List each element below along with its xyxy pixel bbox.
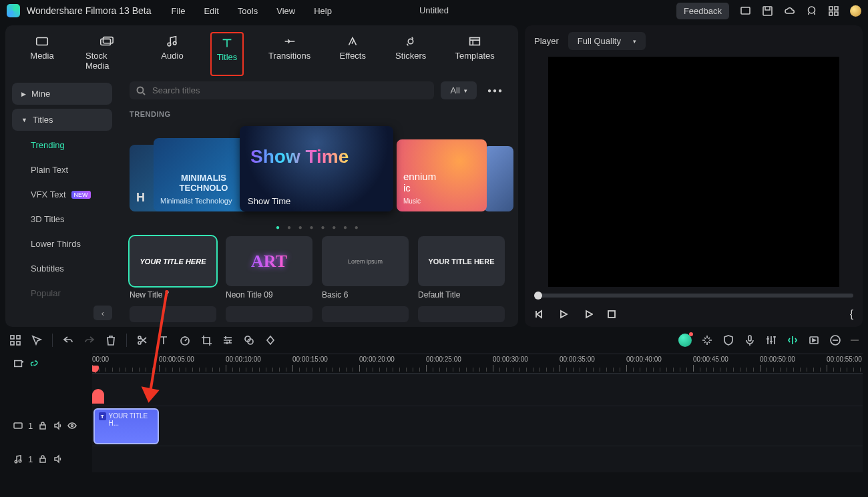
keyframe-icon[interactable] — [264, 334, 276, 346]
video-track-icon — [13, 421, 23, 430]
cloud-icon[interactable] — [784, 5, 795, 17]
sidebar-plaintext[interactable]: Plain Text — [12, 159, 112, 180]
menu-file[interactable]: File — [172, 6, 186, 16]
timeline-header: 00:0000:00:05:0000:00:10:0000:00:15:0000… — [5, 354, 863, 374]
menu: File Edit Tools View Help — [172, 6, 332, 16]
carousel-dots[interactable]: ● ● ● ● ● ● ● ● — [126, 223, 511, 231]
svg-rect-5 — [829, 12, 833, 15]
carousel-card-2[interactable]: MINIMALIS TECHNOLO Minimalist Technology — [154, 138, 254, 211]
timeline-ruler[interactable]: 00:0000:00:05:0000:00:10:0000:00:15:0000… — [92, 354, 863, 374]
menu-help[interactable]: Help — [314, 6, 332, 16]
tab-stock[interactable]: Stock Media — [80, 32, 134, 76]
tab-titles[interactable]: Titles — [210, 32, 244, 76]
text-icon[interactable] — [158, 334, 170, 346]
sparkle-icon[interactable] — [701, 334, 713, 346]
title-placeholder[interactable] — [418, 306, 505, 322]
mixer-icon[interactable] — [765, 334, 777, 346]
menu-tools[interactable]: Tools — [238, 6, 258, 16]
title-placeholder[interactable] — [322, 306, 409, 322]
sidebar-mine[interactable]: ▶Mine — [12, 83, 112, 105]
save-icon[interactable] — [762, 5, 773, 17]
seek-bar[interactable] — [534, 294, 853, 298]
undo-icon[interactable] — [62, 334, 74, 346]
sidebar-subtitles[interactable]: Subtitles — [12, 258, 112, 279]
sidebar-trending[interactable]: Trending — [12, 135, 112, 155]
marker-icon[interactable] — [787, 334, 799, 346]
sidebar-vfxtext[interactable]: VFX TextNEW — [12, 184, 112, 205]
title-card-2[interactable]: ART Neon Title 09 — [226, 236, 312, 300]
title-placeholder[interactable] — [130, 306, 216, 322]
feedback-button[interactable]: Feedback — [676, 3, 729, 19]
sidebar-collapse[interactable]: ‹ — [93, 306, 112, 320]
sidebar-lowerthirds[interactable]: Lower Thirds — [12, 233, 112, 254]
lock-icon[interactable] — [38, 454, 47, 464]
project-title[interactable]: Untitled — [419, 5, 449, 15]
menu-edit[interactable]: Edit — [204, 6, 218, 16]
tab-audio[interactable]: Audio — [156, 32, 189, 76]
mark-in-icon[interactable]: { — [850, 308, 853, 320]
adjust-icon[interactable] — [222, 334, 234, 346]
svg-point-32 — [15, 460, 17, 463]
clip-handle[interactable] — [92, 389, 104, 404]
prev-frame-icon[interactable] — [534, 309, 545, 320]
render-icon[interactable] — [808, 334, 820, 346]
eye-icon[interactable] — [67, 421, 77, 430]
search-box[interactable] — [130, 81, 434, 99]
video-track-lane[interactable]: T YOUR TITLE H... — [92, 406, 863, 446]
menu-view[interactable]: View — [276, 6, 295, 16]
carousel-card-featured[interactable]: Show Time Show Time — [240, 126, 393, 211]
search-input[interactable] — [152, 85, 427, 95]
title-card-3[interactable]: Lorem ipsum Basic 6 — [322, 236, 409, 300]
mute-icon[interactable] — [53, 454, 62, 464]
audio-track-lane[interactable] — [92, 446, 863, 472]
carousel-card-4[interactable]: ennium ic Music — [397, 139, 487, 211]
redo-icon[interactable] — [83, 334, 95, 346]
title-placeholder[interactable] — [226, 306, 312, 322]
carousel-card-5[interactable] — [483, 146, 513, 211]
mic-icon[interactable] — [744, 334, 756, 346]
screen-icon[interactable] — [740, 5, 751, 17]
add-track-icon[interactable] — [13, 358, 24, 369]
shield-icon[interactable] — [722, 334, 734, 346]
apps-icon[interactable] — [828, 5, 839, 17]
sidebar-popular[interactable]: Popular — [12, 283, 112, 304]
playhead[interactable] — [95, 368, 95, 374]
color-icon[interactable] — [243, 334, 255, 346]
tab-effects[interactable]: Effects — [335, 32, 370, 76]
tab-media-label: Media — [30, 51, 53, 61]
tab-transitions[interactable]: Transitions — [265, 32, 314, 76]
play-icon[interactable] — [558, 309, 569, 320]
tab-media[interactable]: Media — [25, 32, 59, 76]
quality-dropdown[interactable]: Full Quality▾ — [568, 32, 646, 50]
title-card-1[interactable]: YOUR TITLE HERE New Title 7 — [130, 236, 216, 300]
sidebar-titles[interactable]: ▼Titles — [12, 109, 112, 131]
delete-icon[interactable] — [105, 334, 117, 346]
split-icon[interactable] — [136, 334, 148, 346]
more-button[interactable]: ●●● — [483, 83, 507, 98]
cursor-icon[interactable] — [31, 334, 43, 346]
preview-viewport[interactable] — [548, 57, 839, 287]
support-icon[interactable] — [806, 5, 817, 17]
sidebar-3dtitles[interactable]: 3D Titles — [12, 209, 112, 229]
filter-dropdown[interactable]: All▾ — [441, 81, 476, 99]
svg-rect-30 — [40, 425, 45, 429]
link-icon[interactable] — [29, 358, 40, 369]
grid-icon[interactable] — [9, 334, 21, 346]
crop-icon[interactable] — [200, 334, 212, 346]
speed-icon[interactable] — [179, 334, 191, 346]
trending-carousel: H MINIMALIS TECHNOLO Minimalist Technolo… — [130, 125, 507, 211]
next-frame-icon[interactable] — [582, 309, 593, 320]
tab-templates[interactable]: Templates — [451, 32, 498, 76]
lock-icon[interactable] — [38, 421, 47, 430]
zoom-out-icon[interactable] — [829, 334, 841, 346]
mute-icon[interactable] — [53, 421, 62, 430]
seek-handle[interactable] — [534, 292, 542, 300]
zoom-slider[interactable] — [851, 340, 859, 341]
ai-button[interactable] — [678, 334, 692, 347]
user-avatar[interactable] — [850, 5, 861, 17]
title-card-4[interactable]: YOUR TITLE HERE Default Title — [418, 236, 505, 300]
track-spacer[interactable] — [92, 374, 863, 406]
tab-stickers[interactable]: Stickers — [391, 32, 430, 76]
stop-icon[interactable] — [606, 309, 617, 320]
title-clip[interactable]: T YOUR TITLE H... — [93, 408, 159, 444]
